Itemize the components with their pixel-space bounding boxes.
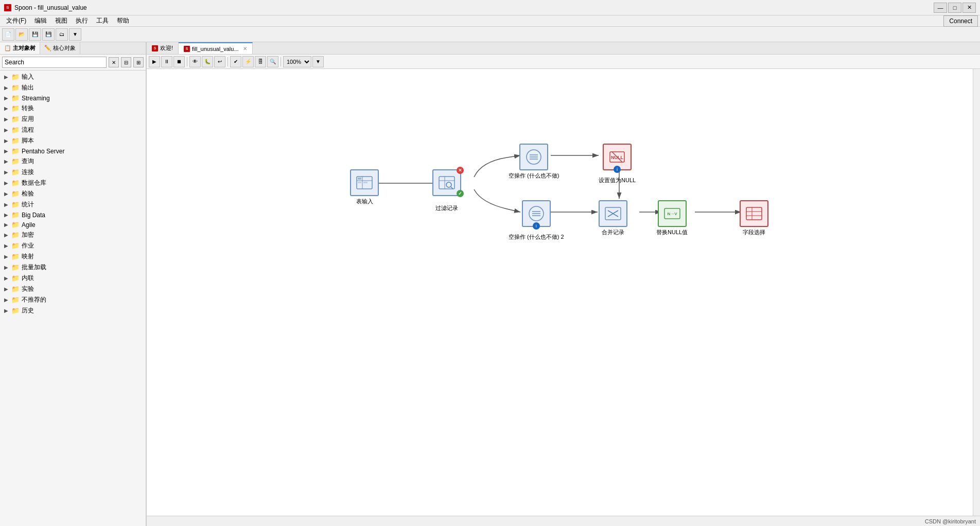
table-input-icon: [355, 173, 374, 192]
sql-button[interactable]: 🗄: [255, 56, 266, 67]
check-button[interactable]: ✔: [230, 56, 241, 67]
replay-button[interactable]: ↩: [214, 56, 225, 67]
folder-icon: 📁: [11, 307, 20, 314]
tree-item-transform[interactable]: ▶ 📁 转换: [0, 103, 146, 114]
filter-icon: [437, 173, 456, 192]
window-title: Spoon - fill_unusual_value: [14, 4, 87, 11]
impact-button[interactable]: ⚡: [242, 56, 254, 67]
zoom-dropdown[interactable]: ▼: [312, 56, 324, 67]
node-table-input[interactable]: 表输入: [350, 169, 379, 205]
preview-button[interactable]: 👁: [189, 56, 201, 67]
tab-welcome[interactable]: S 欢迎!: [147, 42, 179, 54]
menu-tools[interactable]: 工具: [92, 15, 113, 26]
tree-item-streaming[interactable]: ▶ 📁 Streaming: [0, 93, 146, 103]
tree-label: 应用: [22, 115, 34, 124]
tree-item-history[interactable]: ▶ 📁 历史: [0, 305, 146, 316]
tree-item-validate[interactable]: ▶ 📁 检验: [0, 188, 146, 199]
search-clear-button[interactable]: ✕: [109, 57, 119, 67]
tree-item-job[interactable]: ▶ 📁 作业: [0, 240, 146, 251]
tab-fill-unusual[interactable]: S fill_unusual_valu... ✕: [179, 42, 253, 54]
toolbar-open[interactable]: 📂: [15, 28, 28, 41]
tab-core-objects[interactable]: ✏️ 核心对象: [40, 42, 80, 54]
close-button[interactable]: ✕: [962, 3, 976, 13]
tree-item-bigdata[interactable]: ▶ 📁 Big Data: [0, 210, 146, 220]
tree-item-pentaho[interactable]: ▶ 📁 Pentaho Server: [0, 146, 146, 156]
node-label: 合并记录: [602, 229, 624, 236]
main-layout: 📋 主对象树 ✏️ 核心对象 ✕ ⊟ ⊞ ▶ 📁 输入 ▶ 📁: [0, 42, 980, 526]
tree-item-app[interactable]: ▶ 📁 应用: [0, 114, 146, 125]
toolbar-dropdown[interactable]: ▼: [69, 28, 81, 41]
tree-label: 映射: [22, 252, 34, 261]
toolbar-save-all[interactable]: 🗂: [56, 28, 68, 41]
expand-arrow: ▶: [4, 180, 9, 186]
tree-label: 批量加载: [22, 263, 46, 272]
node-label: 空操作 (什么也不做) 2: [509, 233, 564, 241]
explore-button[interactable]: 🔍: [267, 56, 278, 67]
separator: [227, 57, 228, 66]
tree-item-query[interactable]: ▶ 📁 查询: [0, 156, 146, 167]
node-null-op1[interactable]: 空操作 (什么也不做): [509, 144, 559, 180]
tab-main-objects[interactable]: 📋 主对象树: [0, 42, 40, 54]
toolbar-new[interactable]: 📄: [2, 28, 14, 41]
tree-item-deprecated[interactable]: ▶ 📁 不推荐的: [0, 294, 146, 305]
tree-item-inline[interactable]: ▶ 📁 内联: [0, 273, 146, 284]
menu-view[interactable]: 视图: [51, 15, 72, 26]
right-scrollbar[interactable]: [973, 69, 980, 516]
menu-edit[interactable]: 编辑: [30, 15, 51, 26]
left-tab-bar: 📋 主对象树 ✏️ 核心对象: [0, 42, 146, 55]
expand-arrow: ▶: [4, 116, 9, 122]
node-filter-records[interactable]: ✕ ✓ 过滤记录: [432, 169, 461, 212]
tree-item-encrypt[interactable]: ▶ 📁 加密: [0, 230, 146, 240]
expand-arrow: ▶: [4, 95, 9, 101]
tree-item-connect[interactable]: ▶ 📁 连接: [0, 167, 146, 178]
folder-icon: 📁: [11, 94, 20, 102]
node-replace-null[interactable]: N→V 替换NULL值: [656, 200, 688, 236]
tree-item-dw[interactable]: ▶ 📁 数据仓库: [0, 178, 146, 188]
run-button[interactable]: ▶: [149, 56, 160, 67]
tree-item-agile[interactable]: ▶ 📁 Agile: [0, 220, 146, 230]
tree-item-flow[interactable]: ▶ 📁 流程: [0, 125, 146, 135]
menu-run[interactable]: 执行: [72, 15, 92, 26]
expand-arrow: ▶: [4, 191, 9, 197]
tree-item-input[interactable]: ▶ 📁 输入: [0, 72, 146, 82]
folder-icon: 📁: [11, 168, 20, 176]
toolbar-save[interactable]: 💾: [29, 28, 41, 41]
toolbar-save-as[interactable]: 💾: [42, 28, 55, 41]
node-set-null[interactable]: NULL i 设置值为NULL: [599, 144, 636, 184]
tree-item-script[interactable]: ▶ 📁 脚本: [0, 135, 146, 146]
node-field-select[interactable]: 字段选择: [740, 200, 768, 236]
folder-icon: 📁: [11, 126, 20, 134]
search-input[interactable]: [2, 57, 107, 68]
expand-arrow: ▶: [4, 202, 9, 207]
node-merge-records[interactable]: 合并记录: [599, 200, 627, 236]
canvas[interactable]: 表输入 ✕ ✓ 过滤记录: [147, 69, 980, 516]
node-label: 替换NULL值: [656, 229, 688, 236]
tab-close-button[interactable]: ✕: [243, 46, 247, 51]
debug-button[interactable]: 🐛: [202, 56, 213, 67]
status-text: CSDN @kiritobryant: [925, 518, 976, 524]
titlebar-controls[interactable]: — □ ✕: [934, 3, 976, 13]
expand-arrow: ▶: [4, 243, 9, 249]
maximize-button[interactable]: □: [948, 3, 961, 13]
tree-item-mapping[interactable]: ▶ 📁 映射: [0, 251, 146, 262]
stop-button[interactable]: ⏹: [173, 56, 185, 67]
tree-label: 连接: [22, 168, 34, 177]
tree-item-experiment[interactable]: ▶ 📁 实验: [0, 284, 146, 294]
zoom-select[interactable]: 50% 75% 100% 150% 200%: [283, 56, 311, 67]
status-dot-red: ✕: [457, 167, 464, 174]
pause-button[interactable]: ⏸: [161, 56, 172, 67]
menu-help[interactable]: 帮助: [113, 15, 133, 26]
node-box: N→V: [658, 200, 687, 227]
search-collapse-button[interactable]: ⊟: [121, 57, 131, 67]
tree-item-bulk-load[interactable]: ▶ 📁 批量加载: [0, 262, 146, 273]
statusbar: CSDN @kiritobryant: [147, 516, 980, 526]
titlebar: S Spoon - fill_unusual_value — □ ✕: [0, 0, 980, 15]
minimize-button[interactable]: —: [934, 3, 947, 13]
menu-file[interactable]: 文件(F): [2, 15, 30, 26]
connect-button[interactable]: Connect: [943, 15, 978, 27]
tree-label: 加密: [22, 231, 34, 239]
node-null-op2[interactable]: i 空操作 (什么也不做) 2: [509, 200, 564, 241]
tree-item-output[interactable]: ▶ 📁 输出: [0, 82, 146, 93]
search-expand-button[interactable]: ⊞: [133, 57, 144, 67]
tree-item-stats[interactable]: ▶ 📁 统计: [0, 199, 146, 210]
